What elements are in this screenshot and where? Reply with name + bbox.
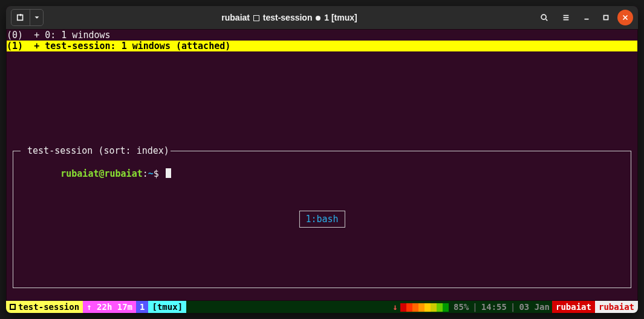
svg-rect-2	[604, 16, 608, 20]
hamburger-menu-button[interactable]	[557, 10, 575, 25]
status-uptime-segment: ↑ 22h 17m	[83, 301, 136, 313]
title-dot-icon	[316, 16, 320, 21]
uptime-arrow-icon: ↑	[86, 301, 91, 313]
download-arrow-icon: ↓	[392, 301, 397, 313]
status-user-primary: rubaiat	[552, 301, 595, 313]
close-button[interactable]	[617, 10, 633, 25]
title-session: test-session	[263, 13, 313, 22]
battery-colorbar-icon	[400, 303, 449, 311]
status-window-index[interactable]: 1	[136, 301, 148, 313]
session-preview-pane: test-session (sort: index) rubaiat@rubai…	[13, 151, 631, 288]
svg-point-1	[541, 15, 546, 19]
status-window-name[interactable]: [tmux]	[148, 301, 186, 313]
title-user: rubaiat	[221, 13, 250, 22]
status-user-secondary: rubaiat	[595, 301, 638, 313]
status-uptime: 22h 17m	[97, 301, 132, 313]
prompt-user: rubaiat@rubaiat	[60, 168, 142, 179]
title-square-icon	[253, 15, 259, 21]
new-tab-button[interactable]	[11, 10, 30, 25]
window-title: rubaiat test-session 1 [tmux]	[44, 13, 535, 22]
terminal-body[interactable]: (0) + 0: 1 windows(1) + test-session: 1 …	[6, 29, 638, 301]
status-time: 14:55	[481, 301, 507, 313]
terminal-window: rubaiat test-session 1 [tmux]	[6, 6, 638, 313]
session-row-selected[interactable]: (1) + test-session: 1 windows (attached)	[7, 41, 637, 51]
search-button[interactable]	[535, 10, 553, 25]
prompt-path: ~	[148, 168, 154, 179]
title-window: 1 [tmux]	[324, 13, 357, 22]
status-right-cluster: ↓ 85% | 14:55 | 03 Jan rubaiatrubaiat	[392, 301, 638, 313]
preview-caption: test-session (sort: index)	[21, 145, 171, 156]
preview-window-tag: 1:bash	[299, 211, 345, 228]
new-tab-dropdown-icon[interactable]	[30, 10, 43, 25]
status-session-segment: test-session	[6, 301, 83, 313]
shell-prompt: rubaiat@rubaiat:~$	[17, 157, 171, 190]
cursor-icon	[166, 168, 171, 178]
maximize-button[interactable]	[598, 10, 614, 25]
status-battery: 85%	[454, 301, 469, 313]
session-row[interactable]: (0) + 0: 1 windows	[7, 30, 637, 41]
session-list[interactable]: (0) + 0: 1 windows(1) + test-session: 1 …	[7, 30, 637, 51]
status-session-name: test-session	[18, 301, 79, 313]
session-square-icon	[10, 304, 16, 310]
new-tab-combo[interactable]	[11, 9, 44, 26]
tmux-status-bar: test-session ↑ 22h 17m 1 [tmux] ↓ 85% | …	[6, 301, 638, 313]
minimize-button[interactable]	[579, 10, 594, 25]
titlebar: rubaiat test-session 1 [tmux]	[6, 6, 638, 29]
status-date: 03 Jan	[519, 301, 550, 313]
